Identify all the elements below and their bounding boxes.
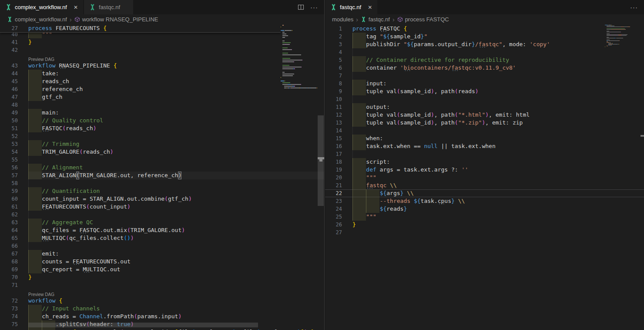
code-token: // Input channels: [28, 305, 100, 313]
code-line[interactable]: 48: [0, 101, 324, 109]
sticky-scroll-line[interactable]: 27process FEATURECOUNTS {: [0, 24, 281, 33]
code-line[interactable]: 26}: [325, 221, 644, 229]
close-icon[interactable]: ✕: [368, 5, 372, 10]
line-number: 51: [0, 125, 28, 132]
editor-left[interactable]: 40 """41}42Preview DAG43workflow RNASEQ_…: [0, 24, 324, 330]
code-line[interactable]: 56 // Alignment: [0, 164, 324, 172]
code-line[interactable]: 53 // Trimming: [0, 140, 324, 148]
sash-grip[interactable]: [319, 159, 322, 162]
more-actions-icon[interactable]: ···: [310, 3, 318, 11]
split-editor-icon[interactable]: [298, 4, 304, 10]
code-line[interactable]: 3 publishDir "${params.output_dir}/fastq…: [325, 40, 644, 48]
code-line[interactable]: 11 output:: [325, 103, 644, 111]
code-line[interactable]: 64 qc_files = FASTQC.out.mix(TRIM_GALORE…: [0, 226, 324, 234]
editor-right[interactable]: 1process FASTQC {2 tag "${sample_id}"3 p…: [325, 24, 644, 330]
code-token: (: [86, 203, 90, 211]
code-line[interactable]: 18 script:: [325, 158, 644, 166]
code-line[interactable]: 41}: [0, 38, 324, 46]
code-line[interactable]: 47 gtf_ch: [0, 93, 324, 101]
code-token: .out.mix: [100, 226, 127, 234]
code-line[interactable]: 24 ${reads}: [325, 205, 644, 213]
code-line[interactable]: 44 take:: [0, 70, 324, 77]
code-line[interactable]: 9 tuple val(sample_id), path(reads): [325, 88, 644, 95]
code-line[interactable]: 22 ${args} \\: [325, 189, 644, 197]
minimap-line: [281, 39, 317, 40]
chevron-right-icon: ›: [392, 17, 395, 23]
code-line[interactable]: 23 --threads ${task.cpus} \\: [325, 197, 644, 205]
line-number: 54: [0, 148, 28, 156]
breadcrumb-symbol[interactable]: process FASTQC: [397, 16, 449, 23]
code-line[interactable]: 8 input:: [325, 80, 644, 88]
more-actions-icon[interactable]: ···: [630, 3, 638, 11]
code-line[interactable]: 13 tuple val(sample_id), path("*.zip"), …: [325, 119, 644, 127]
code-line[interactable]: 65 MULTIQC(qc_files.collect()): [0, 234, 324, 242]
code-line[interactable]: 15 when:: [325, 135, 644, 142]
code-line[interactable]: 42: [0, 46, 324, 54]
code-line[interactable]: 76 .map { row -> tuple(row.sample_id, [f…: [0, 328, 324, 330]
tab-fastqc-right[interactable]: fastqc.nf ✕: [325, 0, 377, 14]
code-line[interactable]: 17: [325, 150, 644, 158]
code-line[interactable]: 68 counts = FEATURECOUNTS.out: [0, 258, 324, 266]
code-line[interactable]: 55: [0, 156, 324, 164]
code-line[interactable]: 6 container 'biocontainers/fastqc:v0.11.…: [325, 64, 644, 72]
minimap-line: [281, 32, 317, 33]
code-line[interactable]: 25 """: [325, 213, 644, 221]
chevron-right-icon: ›: [70, 17, 72, 23]
code-line[interactable]: 10: [325, 95, 644, 103]
code-line[interactable]: 59 // Quantification: [0, 187, 324, 195]
code-line[interactable]: 74 ch_reads = Channel.fromPath(params.in…: [0, 313, 324, 320]
code-line[interactable]: 72workflow {: [0, 297, 324, 305]
code-line[interactable]: 1process FASTQC {: [325, 25, 644, 33]
code-line[interactable]: 19 def args = task.ext.args ?: '': [325, 166, 644, 174]
code-line[interactable]: 5 // Container directive for reproducibi…: [325, 56, 644, 64]
code-line[interactable]: 50 // Quality control: [0, 117, 324, 125]
code-line[interactable]: 60 count_input = STAR_ALIGN.out.combine(…: [0, 195, 324, 203]
code-line[interactable]: 61 FEATURECOUNTS(count_input): [0, 203, 324, 211]
code-line[interactable]: 51 FASTQC(reads_ch): [0, 125, 324, 132]
code-line[interactable]: 73 // Input channels: [0, 305, 324, 313]
code-line[interactable]: 7: [325, 72, 644, 80]
codelens-label[interactable]: Preview DAG: [28, 57, 54, 62]
code-line[interactable]: 14: [325, 127, 644, 135]
code-line[interactable]: 58: [0, 179, 324, 187]
code-token: [28, 125, 42, 132]
tab-complex-workflow[interactable]: complex_workflow.nf ✕: [0, 0, 83, 14]
code-line[interactable]: 69 qc_report = MULTIQC.out: [0, 266, 324, 273]
code-line[interactable]: 21 fastqc \\: [325, 182, 644, 189]
breadcrumb-folder[interactable]: modules: [332, 16, 353, 23]
line-number: 4: [325, 48, 352, 56]
code-line[interactable]: 16 task.ext.when == null || task.ext.whe…: [325, 142, 644, 150]
minimap[interactable]: [605, 25, 632, 48]
close-icon[interactable]: ✕: [74, 5, 78, 10]
nextflow-file-icon: [89, 4, 96, 10]
code-token: row.fastq_2: [260, 328, 297, 330]
code-token: publishDir: [352, 40, 403, 48]
tab-fastqc-left[interactable]: fastqc.nf: [84, 0, 133, 14]
code-line[interactable]: 20 """: [325, 174, 644, 182]
line-number: 18: [325, 158, 352, 166]
indent-guide: [28, 179, 29, 187]
code-line[interactable]: 67 emit:: [0, 250, 324, 258]
code-line[interactable]: 45 reads_ch: [0, 77, 324, 85]
code-token: , emit: html: [489, 111, 530, 119]
code-line[interactable]: 12 tuple val(sample_id), path("*.html"),…: [325, 111, 644, 119]
code-line[interactable]: 49 main:: [0, 109, 324, 117]
breadcrumb-file[interactable]: fastqc.nf: [361, 16, 390, 23]
code-token: FEATURECOUNTS: [73, 258, 117, 266]
code-line[interactable]: 71: [0, 281, 324, 289]
breadcrumb-symbol[interactable]: workflow RNASEQ_PIPELINE: [74, 16, 158, 23]
code-line[interactable]: 46 reference_ch: [0, 85, 324, 93]
codelens-label[interactable]: Preview DAG: [28, 292, 54, 297]
code-line[interactable]: 43workflow RNASEQ_PIPELINE {: [0, 62, 324, 70]
code-line[interactable]: 63 // Aggregate QC: [0, 219, 324, 226]
line-number: 8: [325, 80, 352, 88]
code-line[interactable]: 54 TRIM_GALORE(reads_ch): [0, 148, 324, 156]
code-line[interactable]: 57 STAR_ALIGN(TRIM_GALORE.out, reference…: [0, 172, 324, 179]
breadcrumb-file[interactable]: complex_workflow.nf: [7, 16, 67, 23]
code-line[interactable]: 70}: [0, 273, 324, 281]
code-line[interactable]: 2 tag "${sample_id}": [325, 33, 644, 40]
minimap[interactable]: [281, 25, 317, 89]
tab-label: fastqc.nf: [99, 4, 120, 10]
code-line[interactable]: 27: [325, 229, 644, 236]
horizontal-scrollbar[interactable]: [28, 323, 258, 327]
